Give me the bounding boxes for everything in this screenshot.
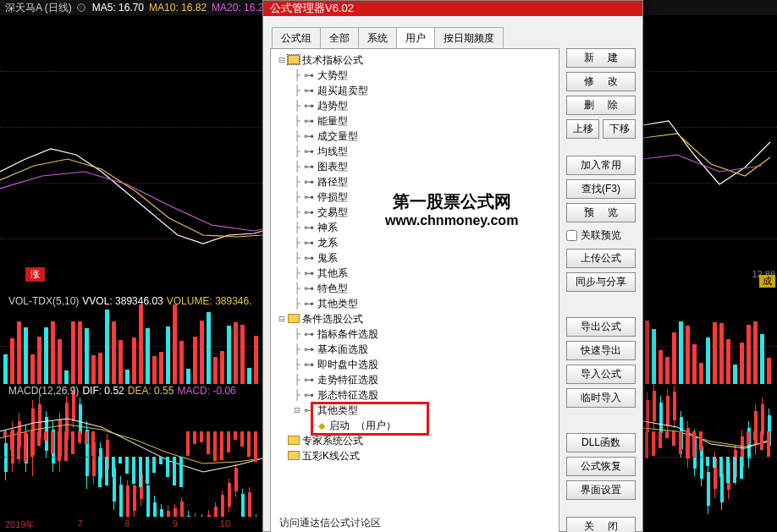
tree-leaf[interactable]: ├ 大势型 xyxy=(291,68,555,83)
link-icon xyxy=(303,357,315,372)
folder-icon xyxy=(288,55,300,64)
tree-leaf[interactable]: ├ 交易型 xyxy=(291,205,555,220)
link-icon xyxy=(303,83,315,98)
find-button[interactable]: 查找(F3) xyxy=(566,179,636,199)
dea-label: DEA: 0.55 xyxy=(128,385,174,397)
tree-leaf[interactable]: ├ 神系 xyxy=(291,220,555,235)
tree-node-colork[interactable]: 五彩K线公式 xyxy=(276,448,555,463)
tab-all[interactable]: 全部 xyxy=(321,27,359,50)
forum-link[interactable]: 访问通达信公式讨论区 xyxy=(279,516,381,530)
macd-name: MACD(12,26,9) xyxy=(8,385,79,397)
tree-label: 专家系统公式 xyxy=(302,435,363,447)
link-icon xyxy=(303,281,315,296)
tree-leaf[interactable]: ├ 停损型 xyxy=(291,189,555,205)
tab-user[interactable]: 用户 xyxy=(397,27,435,50)
tree-leaf[interactable]: ├ 龙系 xyxy=(291,235,555,250)
tree-leaf[interactable]: ├ 基本面选股 xyxy=(291,342,555,357)
moveup-button[interactable]: 上移 xyxy=(566,119,599,139)
dialog-tabs: 公式组 全部 系统 用户 按日期频度 xyxy=(272,26,504,49)
tree-leaf[interactable]: ├ 均线型 xyxy=(291,144,555,159)
tree-leaf[interactable]: ├ 形态特征选股 xyxy=(291,387,555,403)
tree-node-expert[interactable]: 专家系统公式 xyxy=(276,433,555,448)
addfav-button[interactable]: 加入常用 xyxy=(566,156,636,175)
link-icon xyxy=(303,98,315,113)
dialog-titlebar[interactable]: 公式管理器V6.02 xyxy=(263,1,642,16)
tab-formula-group[interactable]: 公式组 xyxy=(272,27,321,50)
link-icon xyxy=(303,68,315,83)
macd-value: MACD: -0.06 xyxy=(177,385,235,397)
link-icon xyxy=(303,220,315,235)
link-icon xyxy=(303,342,315,357)
sync-button[interactable]: 同步与分享 xyxy=(566,272,636,292)
restore-button[interactable]: 公式恢复 xyxy=(566,457,636,476)
ma20-label: MA20: 16.22 xyxy=(212,2,269,14)
quickexp-button[interactable]: 快速导出 xyxy=(566,341,636,360)
vol-label: VOL-TDX(5,10) xyxy=(8,295,79,307)
tab-system[interactable]: 系统 xyxy=(359,27,397,50)
link-icon xyxy=(303,266,315,281)
link-icon xyxy=(303,144,315,159)
checkbox-icon[interactable] xyxy=(566,230,577,241)
tab-by-date[interactable]: 按日期频度 xyxy=(435,27,504,50)
formula-manager-dialog: 公式管理器V6.02 公式组 全部 系统 用户 按日期频度 ⊟技术指标公式 ├ … xyxy=(262,0,643,532)
time-tick: 2019年 xyxy=(5,518,35,530)
tree-leaf[interactable]: ├ 趋势型 xyxy=(291,98,555,113)
preview-button[interactable]: 预 览 xyxy=(566,203,636,222)
time-tick: 9 xyxy=(173,518,178,530)
tree-leaf[interactable]: ├ 鬼系 xyxy=(291,250,555,266)
movedown-button[interactable]: 下移 xyxy=(603,119,636,139)
ma10-label: MA10: 16.82 xyxy=(149,2,207,14)
edit-button[interactable]: 修 改 xyxy=(566,72,636,91)
tree-leaf[interactable]: ├ 走势特征选股 xyxy=(291,372,555,387)
tree-leaf[interactable]: ├ 其他类型 xyxy=(291,296,555,311)
dialog-button-column: 新 建 修 改 删 除 上移 下移 加入常用 查找(F3) 预 览 关联预览 上… xyxy=(566,48,636,532)
tree-leaf[interactable]: ├ 图表型 xyxy=(291,159,555,174)
tree-leaf[interactable]: ├ 成交量型 xyxy=(291,129,555,144)
export-button[interactable]: 导出公式 xyxy=(566,317,636,337)
dll-button[interactable]: DLL函数 xyxy=(566,433,636,452)
link-icon xyxy=(303,189,315,205)
new-button[interactable]: 新 建 xyxy=(566,48,636,68)
tree-leaf[interactable]: ├ 超买超卖型 xyxy=(291,83,555,98)
volume-label: VOLUME: 389346. xyxy=(167,295,252,307)
time-tick: 7 xyxy=(77,518,82,530)
uiset-button[interactable]: 界面设置 xyxy=(566,480,636,500)
tmpimp-button[interactable]: 临时导入 xyxy=(566,388,636,408)
link-icon xyxy=(303,174,315,189)
link-icon xyxy=(303,387,315,403)
stock-title: 深天马A (日线) xyxy=(5,1,72,15)
link-icon xyxy=(303,159,315,174)
tree-node-other[interactable]: ⊟ 其他类型└◆ 启动 （用户） xyxy=(291,403,555,433)
tree-leaf[interactable]: ├ 能量型 xyxy=(291,113,555,129)
indicator-dot-icon[interactable] xyxy=(77,3,85,12)
import-button[interactable]: 导入公式 xyxy=(566,365,636,384)
checkbox-label: 关联预览 xyxy=(581,228,621,243)
dif-label: DIF: 0.52 xyxy=(82,385,124,397)
tree-leaf-qidong[interactable]: └◆ 启动 （用户） xyxy=(306,418,555,433)
tree-leaf[interactable]: ├ 指标条件选股 xyxy=(291,326,555,342)
link-icon xyxy=(303,113,315,129)
tree-leaf[interactable]: ├ 路径型 xyxy=(291,174,555,189)
link-preview-checkbox[interactable]: 关联预览 xyxy=(566,227,636,244)
bulb-icon: ◆ xyxy=(318,420,325,431)
delete-button[interactable]: 删 除 xyxy=(566,96,636,115)
time-tick: 10 xyxy=(220,518,230,530)
link-icon xyxy=(303,235,315,250)
tree-node-cond-select[interactable]: ⊟条件选股公式 ├ 指标条件选股├ 基本面选股├ 即时盘中选股├ 走势特征选股├… xyxy=(276,311,555,433)
rise-badge: 涨 xyxy=(25,267,45,282)
close-button[interactable]: 关 闭 xyxy=(566,517,636,532)
link-icon xyxy=(303,250,315,266)
tree-leaf[interactable]: ├ 其他系 xyxy=(291,266,555,281)
tree-label: 条件选股公式 xyxy=(302,313,363,325)
link-icon xyxy=(303,129,315,144)
time-tick: 8 xyxy=(125,518,130,530)
link-icon xyxy=(303,403,315,418)
tree-node-tech-indicators[interactable]: ⊟技术指标公式 ├ 大势型├ 超买超卖型├ 趋势型├ 能量型├ 成交量型├ 均线… xyxy=(276,52,555,311)
formula-tree[interactable]: ⊟技术指标公式 ├ 大势型├ 超买超卖型├ 趋势型├ 能量型├ 成交量型├ 均线… xyxy=(270,48,559,532)
ma5-label: MA5: 16.70 xyxy=(92,2,144,14)
upload-button[interactable]: 上传公式 xyxy=(566,249,636,268)
folder-icon xyxy=(288,451,300,460)
link-icon xyxy=(303,205,315,220)
tree-leaf[interactable]: ├ 即时盘中选股 xyxy=(291,357,555,372)
tree-leaf[interactable]: ├ 特色型 xyxy=(291,281,555,296)
